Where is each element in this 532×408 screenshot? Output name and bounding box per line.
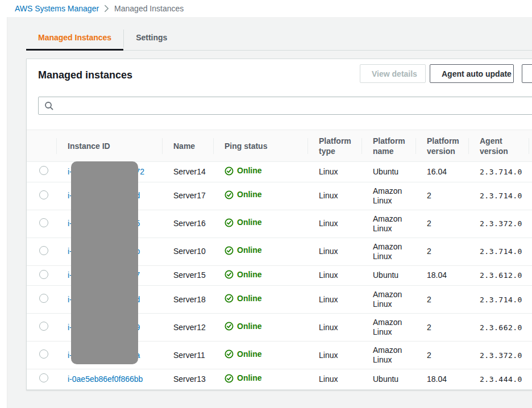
panel-actions: View details Agent auto update	[360, 64, 532, 83]
search-area	[27, 89, 532, 130]
breadcrumb-current: Managed Instances	[114, 4, 184, 13]
tab-managed-instances[interactable]: Managed Instances	[26, 27, 123, 51]
row-select-radio[interactable]	[39, 349, 48, 359]
breadcrumb-link-systems-manager[interactable]: AWS Systems Manager	[15, 4, 99, 13]
row-select-radio[interactable]	[39, 246, 48, 255]
instance-name: Server17	[162, 182, 213, 210]
platform-name: Ubuntu	[361, 265, 415, 286]
row-select-radio[interactable]	[39, 373, 48, 382]
agent-version: 2.3.372.0	[468, 210, 529, 238]
platform-name: Amazon Linux	[361, 238, 415, 265]
agent-version: 2.3.372.0	[468, 342, 529, 369]
platform-name: Amazon Linux	[361, 342, 415, 369]
ping-status-badge: Online	[225, 270, 262, 280]
ping-status-label: Online	[237, 349, 262, 359]
platform-name: Amazon Linux	[361, 286, 415, 314]
instance-name: Server14	[162, 162, 213, 182]
agent-version: 2.3.612.0	[468, 265, 529, 286]
instance-name: Server11	[162, 342, 213, 369]
redaction-overlay	[71, 161, 138, 364]
check-circle-icon	[225, 270, 234, 279]
ping-status-badge: Online	[225, 373, 262, 383]
column-header-name: Name	[162, 130, 213, 162]
agent-version: 2.3.714.0	[468, 162, 529, 182]
row-select-radio[interactable]	[39, 166, 48, 175]
platform-name: Ubuntu	[361, 162, 415, 182]
check-circle-icon	[225, 294, 234, 303]
instance-id-link[interactable]: i-0ae5eb86ef0f866bb	[68, 374, 143, 384]
tab-settings[interactable]: Settings	[124, 27, 179, 50]
ping-status-label: Online	[237, 322, 262, 331]
agent-version: 2.3.714.0	[468, 238, 529, 265]
row-select-radio[interactable]	[39, 294, 48, 303]
platform-type: Linux	[307, 238, 361, 265]
platform-type: Linux	[307, 162, 361, 182]
tab-bar: Managed Instances Settings	[26, 27, 532, 51]
row-select-radio[interactable]	[39, 218, 48, 227]
partially-visible-button[interactable]	[522, 64, 532, 83]
cutoff-cell	[529, 265, 532, 286]
instance-name: Server16	[162, 210, 213, 238]
chevron-right-icon	[104, 5, 109, 13]
row-select-radio[interactable]	[39, 322, 48, 331]
column-header-platform-type: Platform type	[307, 130, 361, 162]
column-header-platform-version: Platform version	[415, 130, 468, 162]
ping-status-badge: Online	[225, 294, 262, 303]
check-circle-icon	[225, 322, 234, 331]
instance-name: Server15	[162, 265, 213, 286]
ping-status-badge: Online	[225, 166, 262, 176]
left-edge-strip	[0, 17, 7, 408]
check-circle-icon	[225, 218, 234, 227]
search-input[interactable]	[58, 101, 532, 110]
check-circle-icon	[225, 374, 234, 383]
ping-status-label: Online	[237, 270, 262, 280]
cutoff-cell	[529, 342, 532, 369]
platform-name: Ubuntu	[361, 369, 415, 390]
cutoff-cell	[529, 162, 532, 182]
agent-version: 2.3.714.0	[468, 182, 529, 210]
agent-auto-update-button[interactable]: Agent auto update	[430, 64, 514, 83]
search-box[interactable]	[38, 97, 532, 115]
platform-name: Amazon Linux	[361, 314, 415, 342]
platform-name: Amazon Linux	[361, 182, 415, 210]
ping-status-badge: Online	[225, 218, 262, 227]
cutoff-cell	[529, 210, 532, 238]
ping-status-badge: Online	[225, 349, 262, 359]
search-icon	[44, 101, 53, 110]
agent-version: 2.3.662.0	[468, 314, 529, 342]
platform-version: 2	[415, 210, 468, 238]
row-select-radio[interactable]	[39, 270, 48, 279]
agent-version: 2.3.444.0	[468, 369, 529, 390]
table-row[interactable]: i-0ae5eb86ef0f866bb Server13 Online Linu…	[27, 369, 532, 390]
instance-name: Server18	[162, 286, 213, 314]
ping-status-badge: Online	[225, 190, 262, 199]
ping-status-label: Online	[237, 190, 262, 199]
cutoff-cell	[529, 369, 532, 390]
column-header-select	[27, 130, 56, 162]
column-header-platform-name: Platform name	[361, 130, 415, 162]
view-details-button[interactable]: View details	[360, 64, 426, 83]
row-select-radio[interactable]	[39, 190, 48, 199]
platform-type: Linux	[307, 314, 361, 342]
check-circle-icon	[225, 349, 234, 359]
ping-status-label: Online	[237, 218, 262, 227]
cutoff-cell	[529, 238, 532, 265]
platform-version: 2	[415, 286, 468, 314]
column-header-ping-status: Ping status	[213, 130, 307, 162]
cutoff-cell	[529, 314, 532, 342]
instance-name: Server10	[162, 238, 213, 265]
platform-type: Linux	[307, 342, 361, 369]
ping-status-label: Online	[237, 166, 262, 176]
cutoff-cell	[529, 182, 532, 210]
table-header-row: Instance ID Name Ping status Platform ty…	[27, 130, 532, 162]
breadcrumb: AWS Systems Manager Managed Instances	[0, 0, 532, 17]
platform-version: 2	[415, 182, 468, 210]
platform-type: Linux	[307, 369, 361, 390]
check-circle-icon	[225, 246, 234, 255]
column-header-instance-id: Instance ID	[56, 130, 162, 162]
panel-header: Managed instances View details Agent aut…	[27, 59, 532, 89]
platform-type: Linux	[307, 286, 361, 314]
platform-type: Linux	[307, 182, 361, 210]
column-header-agent-version: Agent version	[468, 130, 529, 162]
column-header-cutoff	[529, 130, 532, 162]
